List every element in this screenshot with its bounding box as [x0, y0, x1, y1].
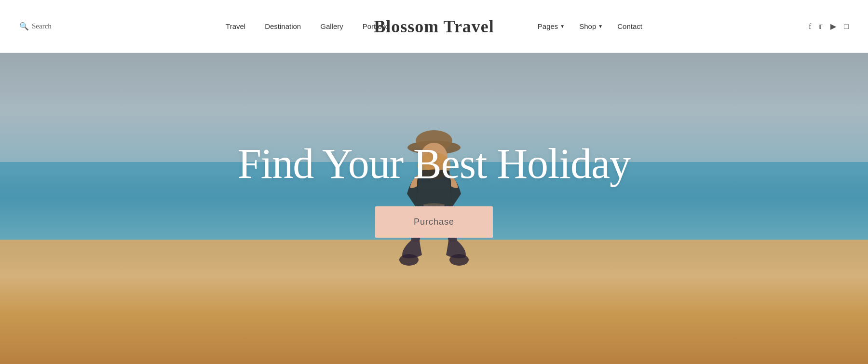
svg-point-5 — [449, 254, 469, 266]
social-icons-group: f 𝕣 ▶ □ — [791, 22, 849, 31]
main-nav-left: Travel Destination Gallery Portfolio — [226, 22, 389, 30]
instagram-icon[interactable]: □ — [844, 22, 849, 31]
nav-destination[interactable]: Destination — [265, 22, 301, 30]
nav-shop-label: Shop — [579, 22, 596, 30]
shop-chevron-icon: ▼ — [598, 24, 603, 29]
nav-pages-dropdown[interactable]: Pages ▼ — [538, 22, 565, 30]
nav-shop-dropdown[interactable]: Shop ▼ — [579, 22, 603, 30]
main-nav-right: Pages ▼ Shop ▼ Contact — [538, 22, 642, 30]
search-label[interactable]: Search — [32, 22, 52, 30]
search-icon: 🔍 — [19, 22, 29, 31]
purchase-button[interactable]: Purchase — [375, 206, 493, 238]
hero-title: Find Your Best Holiday — [238, 141, 630, 188]
youtube-icon[interactable]: ▶ — [830, 22, 836, 31]
svg-point-4 — [399, 254, 419, 266]
site-header: 🔍 Search Travel Destination Gallery Port… — [0, 0, 868, 53]
search-area[interactable]: 🔍 Search — [19, 22, 77, 31]
hero-section: Find Your Best Holiday Purchase — [0, 53, 868, 364]
nav-contact[interactable]: Contact — [617, 22, 642, 30]
nav-travel[interactable]: Travel — [226, 22, 245, 30]
facebook-icon[interactable]: f — [809, 22, 811, 31]
pages-chevron-icon: ▼ — [560, 24, 565, 29]
nav-pages-label: Pages — [538, 22, 558, 30]
twitter-icon[interactable]: 𝕣 — [819, 22, 823, 31]
hero-content: Find Your Best Holiday Purchase — [238, 141, 630, 238]
nav-gallery[interactable]: Gallery — [320, 22, 343, 30]
site-logo[interactable]: Blossom Travel — [374, 16, 494, 37]
